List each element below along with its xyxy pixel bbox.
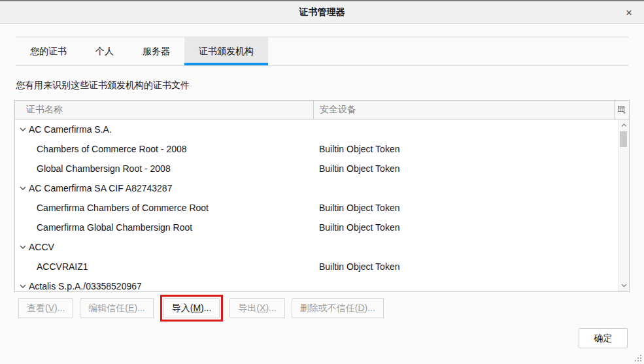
security-device-cell: Builtin Object Token bbox=[313, 222, 618, 233]
column-header-certificate-name[interactable]: 证书名称 bbox=[15, 104, 313, 116]
view-button-label: 查看( bbox=[27, 303, 48, 313]
scroll-down-button[interactable] bbox=[619, 281, 629, 290]
tab-label: 服务器 bbox=[143, 46, 170, 58]
tab-servers[interactable]: 服务器 bbox=[128, 37, 184, 65]
import-access-key: M bbox=[193, 303, 201, 313]
security-device-cell: Builtin Object Token bbox=[313, 261, 618, 272]
edit-trust-access-key: E bbox=[128, 303, 134, 313]
edit-trust-button-suffix: )... bbox=[134, 303, 144, 313]
table-row[interactable]: Camerfirma Global Chambersign Root Built… bbox=[15, 218, 618, 237]
certificate-table: 证书名称 安全设备 AC Camerfirma S.A. bbox=[14, 100, 630, 292]
certificate-name-cell: AC Camerfirma S.A. bbox=[15, 124, 313, 135]
description-text: 您有用来识别这些证书颁发机构的证书文件 bbox=[16, 80, 190, 91]
table-header: 证书名称 安全设备 bbox=[15, 101, 629, 120]
tab-authorities[interactable]: 证书颁发机构 bbox=[184, 37, 268, 65]
certificate-name: AC Camerfirma SA CIF A82743287 bbox=[29, 183, 172, 193]
export-button-label: 导出( bbox=[238, 303, 260, 313]
scroll-up-button[interactable] bbox=[619, 121, 629, 130]
certificate-name-cell: ACCV bbox=[15, 242, 313, 252]
table-row[interactable]: Actalis S.p.A./03358520967 bbox=[15, 276, 618, 291]
close-button[interactable]: × bbox=[620, 5, 637, 22]
tab-label: 证书颁发机构 bbox=[199, 46, 254, 58]
certificate-manager-dialog: { "window": { "title": "证书管理器", "close_i… bbox=[0, 0, 644, 364]
certificate-name: ACCVRAIZ1 bbox=[37, 261, 88, 272]
table-row[interactable]: AC Camerfirma SA CIF A82743287 bbox=[15, 178, 618, 198]
certificate-name-cell: Camerfirma Global Chambersign Root bbox=[15, 222, 313, 233]
scrollbar-thumb[interactable] bbox=[620, 131, 627, 147]
resize-grip[interactable] bbox=[634, 354, 642, 362]
view-access-key: V bbox=[48, 303, 54, 313]
vertical-scrollbar[interactable] bbox=[618, 120, 629, 291]
security-device-cell: Builtin Object Token bbox=[313, 203, 618, 213]
column-picker-icon bbox=[618, 106, 626, 114]
column-picker-button[interactable] bbox=[614, 101, 629, 119]
certificate-name: Camerfirma Chambers of Commerce Root bbox=[37, 203, 209, 213]
chevron-down-icon[interactable] bbox=[20, 245, 26, 249]
chevron-up-icon bbox=[621, 124, 627, 127]
delete-button-label: 删除或不信任( bbox=[300, 303, 358, 313]
table-body: AC Camerfirma S.A. Chambers of Commerce … bbox=[15, 120, 618, 291]
table-row[interactable]: ACCV bbox=[15, 237, 618, 257]
ok-button[interactable]: 确定 bbox=[579, 328, 628, 348]
table-row[interactable]: AC Camerfirma S.A. bbox=[15, 120, 618, 139]
table-row[interactable]: Global Chambersign Root - 2008 Builtin O… bbox=[15, 159, 618, 178]
table-row[interactable]: ACCVRAIZ1 Builtin Object Token bbox=[15, 257, 618, 276]
column-header-security-device[interactable]: 安全设备 bbox=[313, 101, 614, 119]
certificate-name-cell: Global Chambersign Root - 2008 bbox=[15, 163, 313, 174]
certificate-name-cell: Chambers of Commerce Root - 2008 bbox=[15, 144, 313, 154]
edit-trust-button[interactable]: 编辑信任(E)... bbox=[80, 298, 153, 318]
chevron-down-icon bbox=[621, 284, 627, 288]
export-button-suffix: )... bbox=[265, 303, 276, 313]
tab-label: 个人 bbox=[95, 46, 114, 58]
security-device-cell: Builtin Object Token bbox=[313, 163, 618, 174]
delete-or-distrust-button[interactable]: 删除或不信任(D)... bbox=[292, 298, 384, 318]
close-icon: × bbox=[626, 7, 632, 20]
certificate-name: Chambers of Commerce Root - 2008 bbox=[37, 144, 187, 154]
certificate-name: ACCV bbox=[29, 242, 54, 252]
delete-button-suffix: )... bbox=[365, 303, 375, 313]
export-button[interactable]: 导出(X)... bbox=[229, 298, 284, 318]
chevron-down-icon[interactable] bbox=[20, 127, 26, 131]
tab-your-certificates[interactable]: 您的证书 bbox=[16, 37, 81, 65]
tab-label: 您的证书 bbox=[30, 46, 67, 58]
view-button[interactable]: 查看(V)... bbox=[18, 298, 73, 318]
certificate-name: Global Chambersign Root - 2008 bbox=[37, 163, 171, 174]
import-highlight-annotation: 导入(M)... bbox=[160, 295, 224, 322]
edit-trust-button-label: 编辑信任( bbox=[88, 303, 128, 313]
certificate-name: Actalis S.p.A./03358520967 bbox=[29, 281, 142, 291]
certificate-name: AC Camerfirma S.A. bbox=[29, 124, 112, 135]
certificate-name-cell: Actalis S.p.A./03358520967 bbox=[15, 281, 313, 291]
table-row[interactable]: Chambers of Commerce Root - 2008 Builtin… bbox=[15, 139, 618, 159]
table-row[interactable]: Camerfirma Chambers of Commerce Root Bui… bbox=[15, 198, 618, 218]
import-button-suffix: )... bbox=[201, 303, 211, 313]
tab-strip: 您的证书 个人 服务器 证书颁发机构 bbox=[16, 37, 628, 66]
chevron-down-icon[interactable] bbox=[20, 284, 26, 288]
action-button-row: 查看(V)... 编辑信任(E)... 导入(M)... 导出(X)... 删除… bbox=[18, 295, 384, 322]
certificate-name-cell: AC Camerfirma SA CIF A82743287 bbox=[15, 183, 313, 193]
tab-people[interactable]: 个人 bbox=[81, 37, 128, 65]
import-button-label: 导入( bbox=[172, 303, 194, 313]
security-device-cell: Builtin Object Token bbox=[313, 144, 618, 154]
certificate-name-cell: ACCVRAIZ1 bbox=[15, 261, 313, 272]
delete-access-key: D bbox=[358, 303, 364, 313]
chevron-down-icon[interactable] bbox=[20, 186, 26, 190]
certificate-name-cell: Camerfirma Chambers of Commerce Root bbox=[15, 203, 313, 213]
dialog-title: 证书管理器 bbox=[299, 7, 345, 18]
view-button-suffix: )... bbox=[54, 303, 65, 313]
certificate-name: Camerfirma Global Chambersign Root bbox=[37, 222, 192, 233]
title-bar: 证书管理器 × bbox=[0, 0, 644, 24]
import-button[interactable]: 导入(M)... bbox=[163, 298, 220, 318]
